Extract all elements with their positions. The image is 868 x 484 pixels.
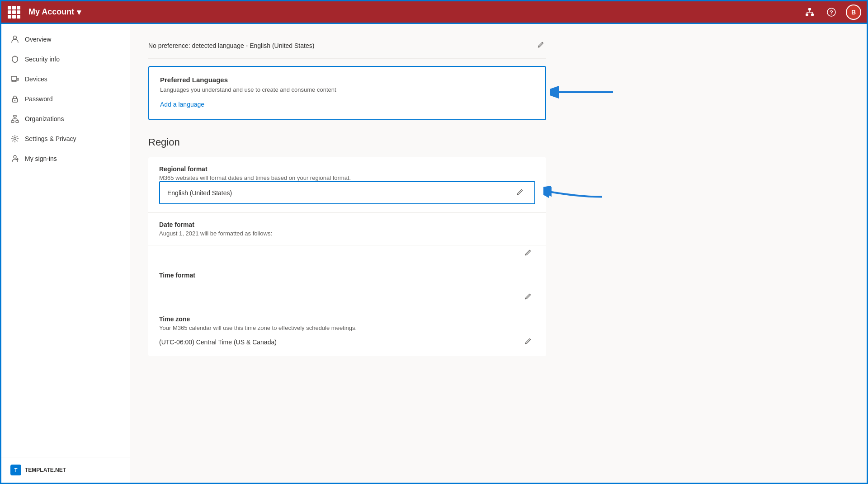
topbar-right: ? B (802, 5, 861, 20)
add-language-link[interactable]: Add a language (160, 101, 204, 108)
time-zone-desc: Your M365 calendar will use this time zo… (159, 324, 535, 331)
sidebar-item-settings[interactable]: Settings & Privacy (1, 129, 130, 149)
person-icon (10, 35, 19, 44)
regional-format-title: Regional format (159, 165, 535, 173)
waffle-menu-button[interactable] (7, 5, 21, 19)
svg-marker-25 (550, 87, 559, 98)
lang-pref-current-value: No preference: detected language - Engli… (148, 42, 314, 49)
svg-rect-2 (811, 14, 814, 16)
sidebar-item-overview[interactable]: Overview (1, 29, 130, 49)
sidebar-item-label: Overview (25, 36, 51, 43)
region-card: Regional format M365 websites will forma… (148, 157, 546, 356)
date-format-title: Date format (159, 221, 535, 228)
shield-icon (10, 55, 19, 64)
svg-rect-11 (17, 78, 19, 80)
time-zone-value: (UTC-06:00) Central Time (US & Canada) (159, 338, 277, 346)
language-preference-row: No preference: detected language - Engli… (148, 33, 546, 59)
edit-time-format-button[interactable] (521, 291, 535, 304)
time-zone-row: Time zone Your M365 calendar will use th… (148, 307, 546, 356)
date-format-desc: August 1, 2021 will be formatted as foll… (159, 230, 535, 237)
main-content: No preference: detected language - Engli… (130, 24, 867, 483)
time-zone-value-row: (UTC-06:00) Central Time (US & Canada) (159, 336, 535, 348)
preferred-languages-section: Preferred Languages Languages you unders… (148, 66, 546, 120)
sidebar-item-label: Settings & Privacy (25, 135, 76, 142)
app-title[interactable]: My Account ▾ (28, 7, 81, 17)
brand-name: TEMPLATE.NET (25, 467, 66, 473)
time-format-title: Time format (159, 272, 535, 279)
preferred-languages-desc: Languages you understand and use to crea… (160, 86, 534, 93)
brand-footer: T TEMPLATE.NET (1, 457, 130, 483)
sidebar-item-organizations[interactable]: Organizations (1, 109, 130, 129)
brand-logo-icon: T (10, 465, 21, 475)
org-chart-icon[interactable] (802, 5, 817, 19)
sidebar-item-label: Security info (25, 56, 60, 63)
svg-rect-10 (11, 76, 17, 80)
preferred-languages-title: Preferred Languages (160, 76, 534, 84)
regional-format-desc: M365 websites will format dates and time… (159, 174, 535, 181)
time-format-edit-row (148, 289, 546, 307)
svg-point-13 (14, 100, 15, 101)
regional-format-value: English (United States) (159, 181, 535, 204)
org-icon (10, 114, 19, 123)
annotation-arrow-2 (543, 179, 602, 206)
svg-rect-16 (16, 121, 19, 122)
app-title-text: My Account (28, 7, 74, 17)
user-avatar[interactable]: B (846, 5, 861, 20)
topbar: My Account ▾ ? (1, 1, 867, 24)
edit-regional-format-button[interactable] (513, 187, 527, 199)
date-format-row: Date format August 1, 2021 will be forma… (148, 213, 546, 245)
preferred-languages-box: Preferred Languages Languages you unders… (148, 66, 546, 120)
main-layout: Overview Security info (1, 24, 867, 483)
svg-rect-0 (808, 8, 811, 10)
time-zone-title: Time zone (159, 315, 535, 323)
svg-rect-1 (806, 14, 808, 16)
signin-icon (10, 154, 19, 163)
annotation-arrow-1 (550, 79, 613, 108)
sidebar-item-security[interactable]: Security info (1, 49, 130, 69)
svg-point-9 (14, 36, 17, 39)
sidebar-item-devices[interactable]: Devices (1, 69, 130, 89)
lock-icon (10, 94, 19, 103)
sidebar-item-signins[interactable]: My sign-ins (1, 149, 130, 169)
svg-text:?: ? (830, 9, 833, 16)
device-icon (10, 75, 19, 84)
sidebar-item-label: Password (25, 95, 52, 103)
svg-point-22 (14, 155, 16, 158)
sidebar-item-label: Devices (25, 75, 47, 83)
svg-rect-14 (14, 115, 16, 117)
sidebar: Overview Security info (1, 24, 130, 483)
help-icon[interactable]: ? (824, 5, 839, 19)
time-format-row: Time format (148, 263, 546, 289)
settings-icon (10, 134, 19, 143)
sidebar-item-password[interactable]: Password (1, 89, 130, 109)
region-heading: Region (148, 133, 546, 148)
sidebar-item-label: Organizations (25, 115, 64, 122)
svg-point-21 (14, 138, 16, 140)
svg-marker-27 (543, 187, 552, 197)
regional-format-value-container: English (United States) (159, 181, 535, 204)
sidebar-item-label: My sign-ins (25, 155, 57, 162)
content-area: No preference: detected language - Engli… (130, 24, 564, 374)
edit-date-format-button[interactable] (521, 247, 535, 260)
edit-lang-pref-button[interactable] (535, 39, 546, 52)
svg-rect-15 (11, 121, 14, 122)
date-format-edit-row (148, 245, 546, 263)
chevron-down-icon: ▾ (77, 7, 81, 17)
edit-time-zone-button[interactable] (521, 336, 535, 348)
regional-format-row: Regional format M365 websites will forma… (148, 157, 546, 213)
